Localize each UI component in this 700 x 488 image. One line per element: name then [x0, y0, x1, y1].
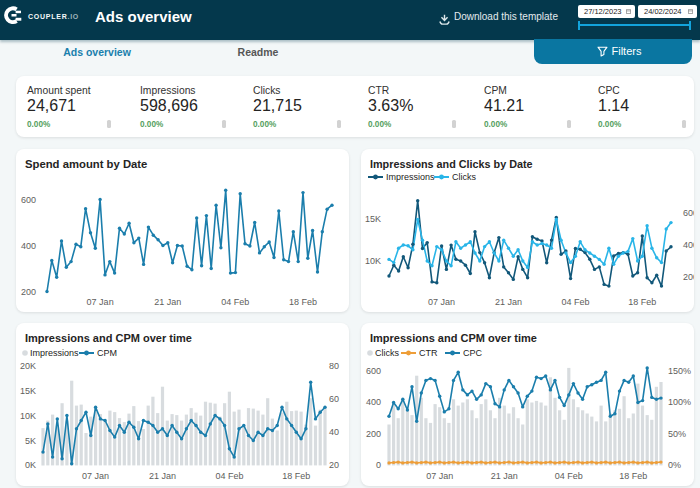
svg-text:04 Feb: 04 Feb: [215, 471, 243, 481]
svg-text:07 Jan: 07 Jan: [87, 297, 114, 307]
svg-text:200: 200: [683, 272, 694, 282]
svg-text:400: 400: [683, 240, 694, 250]
svg-text:600: 600: [21, 195, 36, 205]
svg-text:10K: 10K: [20, 411, 36, 421]
svg-text:Impressions and CPM over time: Impressions and CPM over time: [25, 332, 192, 344]
svg-text:04 Feb: 04 Feb: [221, 297, 249, 307]
svg-text:20: 20: [329, 460, 339, 470]
svg-text:15K: 15K: [365, 214, 381, 224]
svg-text:Spend amount by Date: Spend amount by Date: [25, 158, 147, 170]
svg-text:600: 600: [683, 208, 694, 218]
svg-text:5K: 5K: [25, 436, 36, 446]
svg-text:Impressions and CPM over time: Impressions and CPM over time: [370, 332, 537, 344]
svg-text:CTR: CTR: [419, 348, 438, 358]
svg-text:Clicks: Clicks: [375, 348, 399, 358]
svg-text:07 Jan: 07 Jan: [82, 471, 109, 481]
svg-text:600: 600: [366, 366, 381, 376]
svg-text:21 Jan: 21 Jan: [495, 297, 522, 307]
svg-text:200: 200: [366, 429, 381, 439]
svg-text:0K: 0K: [25, 460, 36, 470]
svg-text:Impressions: Impressions: [386, 172, 435, 182]
svg-text:150%: 150%: [668, 366, 691, 376]
svg-text:400: 400: [366, 397, 381, 407]
svg-text:200: 200: [21, 287, 36, 297]
svg-text:CPM: CPM: [97, 348, 117, 358]
svg-text:18 Feb: 18 Feb: [628, 297, 656, 307]
svg-text:0%: 0%: [668, 460, 681, 470]
svg-text:400: 400: [21, 241, 36, 251]
svg-text:21 Jan: 21 Jan: [491, 471, 518, 481]
svg-text:100%: 100%: [668, 397, 691, 407]
svg-text:21 Jan: 21 Jan: [149, 471, 176, 481]
svg-text:40: 40: [329, 427, 339, 437]
svg-text:0: 0: [376, 460, 381, 470]
svg-text:04 Feb: 04 Feb: [555, 471, 583, 481]
svg-text:21 Jan: 21 Jan: [154, 297, 181, 307]
svg-text:CPC: CPC: [463, 348, 483, 358]
svg-text:60: 60: [329, 394, 339, 404]
svg-text:18 Feb: 18 Feb: [289, 297, 317, 307]
svg-text:Impressions: Impressions: [30, 348, 79, 358]
svg-text:Clicks: Clicks: [452, 172, 476, 182]
svg-text:15K: 15K: [20, 386, 36, 396]
svg-text:10K: 10K: [365, 256, 381, 266]
svg-text:80: 80: [329, 361, 339, 371]
svg-text:18 Feb: 18 Feb: [282, 471, 310, 481]
svg-text:07 Jan: 07 Jan: [428, 297, 455, 307]
svg-text:04 Feb: 04 Feb: [561, 297, 589, 307]
svg-text:18 Feb: 18 Feb: [619, 471, 647, 481]
svg-text:07 Jan: 07 Jan: [426, 471, 453, 481]
svg-text:50%: 50%: [668, 429, 686, 439]
svg-text:Impressions and Clicks by Date: Impressions and Clicks by Date: [370, 158, 533, 170]
svg-text:20K: 20K: [20, 361, 36, 371]
